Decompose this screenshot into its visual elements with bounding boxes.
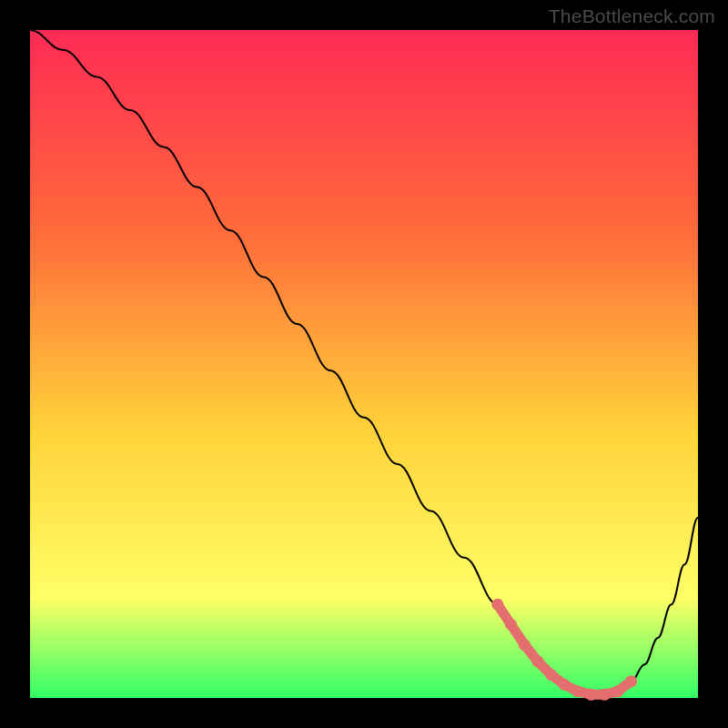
highlight-dot (545, 669, 557, 681)
chart-frame: TheBottleneck.com (0, 0, 728, 728)
highlight-dot (519, 639, 531, 651)
highlight-dot (625, 675, 637, 687)
highlight-dot (559, 679, 571, 691)
highlight-dot (531, 655, 543, 667)
highlight-dot (585, 689, 597, 701)
highlight-dot (491, 599, 503, 611)
highlight-dot (571, 685, 583, 697)
watermark-text: TheBottleneck.com (549, 5, 715, 27)
highlight-dot (612, 685, 623, 697)
bottleneck-curve-chart (0, 0, 728, 728)
highlight-dot (599, 689, 611, 701)
highlight-dot (505, 619, 517, 631)
plot-background (30, 30, 698, 698)
